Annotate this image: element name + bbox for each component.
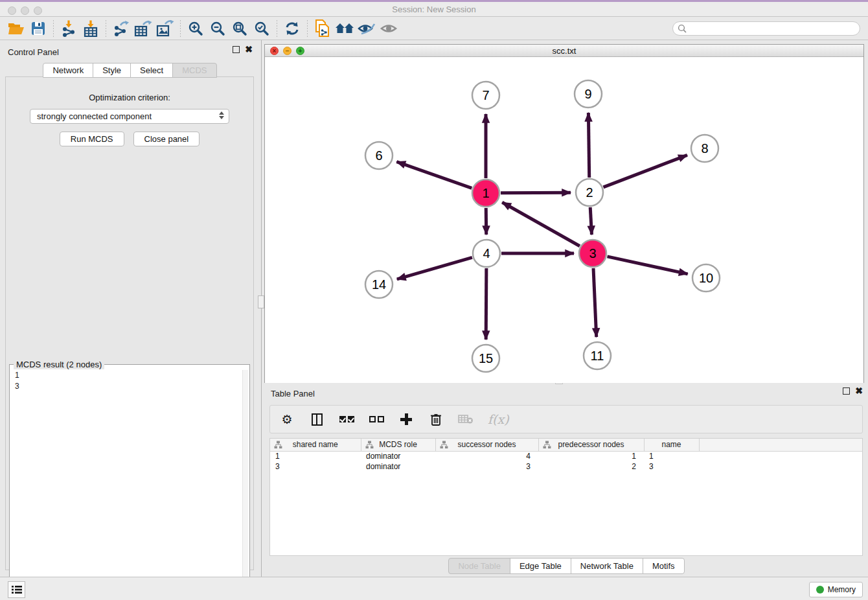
close-panel-button[interactable]: Close panel	[133, 132, 200, 146]
edge-3-11[interactable]	[593, 268, 597, 337]
tab-node-table[interactable]: Node Table	[448, 558, 510, 574]
cell-successor-nodes[interactable]: 3	[435, 461, 538, 472]
cell-predecessor-nodes[interactable]: 1	[538, 451, 644, 461]
graph-node-11[interactable]: 11	[584, 342, 611, 369]
tab-mcds[interactable]: MCDS	[172, 63, 216, 78]
import-table-icon	[82, 20, 99, 37]
export-table-button[interactable]	[132, 19, 154, 38]
close-panel-icon[interactable]: ✖	[855, 387, 863, 395]
edge-1-2[interactable]	[501, 192, 571, 193]
graph-node-8[interactable]: 8	[691, 135, 718, 162]
tab-edge-table[interactable]: Edge Table	[510, 558, 571, 574]
hide-graphics-details-button[interactable]	[356, 19, 378, 38]
graph-node-3[interactable]: 3	[579, 240, 606, 267]
criterion-value: strongly connected component	[37, 111, 152, 121]
column-header-name[interactable]: name	[644, 439, 699, 451]
cell-mcds-role[interactable]: dominator	[361, 461, 435, 472]
graph-node-4[interactable]: 4	[473, 240, 500, 267]
result-line: 1	[15, 370, 242, 381]
graph-node-10[interactable]: 10	[692, 264, 720, 292]
control-panel: Control Panel ✖ NetworkStyleSelectMCDS O…	[0, 44, 259, 571]
cell-shared-name[interactable]: 1	[270, 451, 361, 461]
zoom-selected-icon	[254, 21, 269, 36]
app-manager-button[interactable]	[8, 581, 25, 598]
gear-icon[interactable]: ⚙	[279, 411, 295, 427]
tab-motifs[interactable]: Motifs	[643, 558, 685, 574]
mcds-result-text[interactable]: 13	[11, 370, 242, 600]
table-row[interactable]: 1dominator411	[270, 451, 862, 461]
edge-3-10[interactable]	[607, 257, 687, 274]
edge-4-14[interactable]	[397, 257, 472, 279]
main-toolbar	[0, 17, 868, 40]
import-table-button[interactable]	[80, 19, 102, 38]
close-panel-icon[interactable]: ✖	[245, 46, 253, 53]
column-header-shared-name[interactable]: shared name	[270, 439, 361, 451]
deselect-all-icon[interactable]	[369, 411, 384, 427]
network-canvas[interactable]: 7968124314101511	[265, 58, 863, 383]
tab-select[interactable]: Select	[130, 63, 173, 78]
refresh-layout-button[interactable]	[281, 19, 303, 38]
tree-icon	[543, 441, 551, 449]
zoom-in-button[interactable]	[185, 19, 207, 38]
tab-style[interactable]: Style	[93, 63, 131, 78]
column-header-predecessor-nodes[interactable]: predecessor nodes	[538, 439, 644, 451]
network-graph[interactable]: 7968124314101511	[265, 58, 863, 383]
toolbar-separator	[277, 20, 277, 37]
network-window: × – + scc.txt 7968124314101511	[264, 44, 864, 383]
table-panel-title: Table Panel	[271, 389, 315, 398]
mcds-result-box: MCDS result (2 nodes) 13	[9, 364, 250, 600]
edge-2-9[interactable]	[588, 113, 589, 178]
graph-node-14[interactable]: 14	[365, 271, 393, 298]
save-icon	[31, 21, 45, 36]
graph-node-7[interactable]: 7	[472, 82, 499, 109]
criterion-select[interactable]: strongly connected component	[30, 109, 229, 124]
cell-name[interactable]: 1	[644, 451, 699, 461]
show-graphics-details-button[interactable]	[378, 19, 400, 38]
tab-network[interactable]: Network	[43, 63, 93, 78]
vertical-splitter-handle[interactable]	[258, 295, 264, 308]
graph-node-1[interactable]: 1	[472, 179, 499, 207]
export-network-button[interactable]	[110, 19, 132, 38]
run-mcds-button[interactable]: Run MCDS	[60, 132, 124, 146]
search-input[interactable]	[672, 21, 860, 36]
graph-node-9[interactable]: 9	[575, 80, 602, 108]
edge-3-1[interactable]	[502, 202, 580, 246]
edge-2-8[interactable]	[603, 155, 687, 187]
duplicate-network-button[interactable]	[312, 19, 334, 38]
float-panel-icon[interactable]	[843, 387, 850, 395]
trash-icon[interactable]	[428, 411, 444, 427]
graph-node-2[interactable]: 2	[576, 179, 603, 206]
column-header-successor-nodes[interactable]: successor nodes	[435, 439, 538, 451]
cell-predecessor-nodes[interactable]: 2	[538, 461, 644, 472]
result-scrollbar[interactable]	[242, 370, 248, 600]
list-icon	[12, 585, 22, 594]
edge-2-3[interactable]	[590, 207, 591, 235]
select-all-icon[interactable]	[339, 411, 354, 427]
import-network-button[interactable]	[58, 19, 80, 38]
zoom-out-button[interactable]	[207, 19, 229, 38]
cell-mcds-role[interactable]: dominator	[361, 451, 435, 461]
zoom-fit-button[interactable]	[229, 19, 251, 38]
export-image-button[interactable]	[154, 19, 176, 38]
cell-successor-nodes[interactable]: 4	[435, 451, 538, 461]
table-row[interactable]: 3dominator323	[270, 461, 862, 472]
column-header-mcds-role[interactable]: MCDS role	[361, 439, 435, 451]
home-button[interactable]	[334, 19, 356, 38]
columns-icon[interactable]	[309, 411, 325, 427]
export-table-icon	[134, 20, 152, 37]
edge-4-15[interactable]	[486, 268, 486, 340]
eye-slash-icon	[358, 21, 376, 36]
toolbar-separator	[53, 20, 54, 37]
graph-node-15[interactable]: 15	[472, 345, 499, 372]
cell-name[interactable]: 3	[644, 461, 699, 472]
float-panel-icon[interactable]	[233, 46, 240, 53]
memory-button[interactable]: Memory	[809, 582, 863, 597]
add-row-icon[interactable]	[398, 411, 414, 427]
zoom-selected-button[interactable]	[251, 19, 273, 38]
cell-shared-name[interactable]: 3	[270, 461, 361, 472]
tab-network-table[interactable]: Network Table	[571, 558, 643, 574]
open-session-button[interactable]	[5, 19, 27, 38]
save-session-button[interactable]	[27, 19, 49, 38]
graph-node-6[interactable]: 6	[365, 142, 393, 169]
edge-1-6[interactable]	[396, 162, 472, 189]
